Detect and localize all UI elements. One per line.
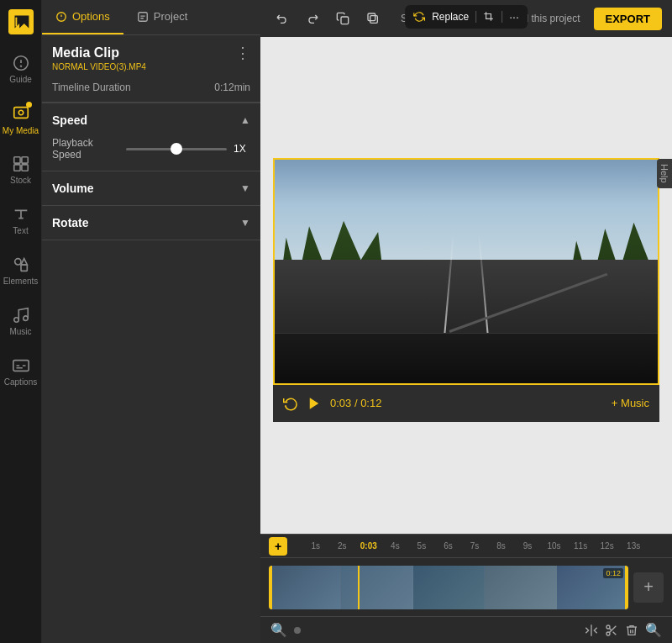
tab-project-label: Project [154, 10, 187, 23]
sidebar-label-my-media: My Media [3, 126, 39, 135]
tab-options[interactable]: Options [42, 0, 123, 34]
svg-rect-1 [15, 17, 17, 26]
replace-button[interactable]: Replace [413, 11, 469, 23]
track-border-right [625, 566, 628, 609]
timeline-duration-value: 0:12min [214, 82, 250, 93]
help-label: Help [659, 164, 669, 183]
icon-sidebar: Guide My Media Stock Text [0, 0, 42, 643]
timeline-track[interactable]: 0:12 [269, 566, 628, 609]
tick-13s: 13s [620, 541, 647, 551]
crop-button[interactable] [483, 11, 495, 23]
sidebar-item-music[interactable]: Music [0, 296, 42, 346]
volume-chevron-icon: ▼ [240, 182, 250, 194]
playback-speed-row: Playback Speed 1X [52, 137, 250, 161]
media-clip-header: Media Clip NORMAL VIDEO(3).MP4 ⋮ [42, 35, 260, 78]
redo-button[interactable] [301, 7, 324, 30]
playback-speed-label: Playback Speed [52, 137, 116, 161]
svg-point-11 [14, 259, 20, 265]
undo-button[interactable] [270, 7, 294, 30]
thumb-4 [485, 566, 557, 609]
sidebar-item-my-media[interactable]: My Media [0, 94, 42, 145]
sidebar-item-text[interactable]: Text [0, 195, 42, 245]
sidebar-label-music: Music [9, 327, 31, 336]
tick-4s: 4s [382, 541, 409, 551]
video-container: 0:03 / 0:12 + Music [273, 158, 659, 422]
svg-rect-5 [13, 108, 28, 119]
video-preview-area: 0:03 / 0:12 + Music Help [260, 37, 672, 534]
svg-line-27 [613, 631, 617, 635]
sidebar-label-guide: Guide [9, 75, 32, 84]
scissors-tool-button[interactable] [605, 624, 618, 637]
rotate-label: Rotate [52, 216, 89, 229]
track-thumbnail: 0:12 [269, 566, 628, 609]
sidebar-label-elements: Elements [3, 277, 39, 286]
more-options-button[interactable]: ··· [509, 10, 519, 24]
speed-label: Speed [52, 113, 87, 127]
export-button[interactable]: EXPORT [594, 8, 662, 30]
main-area: Replace ··· Signup or Login to download … [260, 0, 672, 643]
tick-6s: 6s [435, 541, 462, 551]
replay-button[interactable] [283, 396, 298, 411]
rotate-section-header[interactable]: Rotate ▼ [42, 206, 260, 240]
music-button[interactable]: + Music [612, 397, 649, 409]
video-frame [273, 158, 659, 385]
speed-section-header[interactable]: Speed ▲ [42, 103, 260, 137]
copy-button[interactable] [331, 7, 354, 30]
svg-rect-7 [13, 157, 19, 163]
timeline-duration-label: Timeline Duration [52, 82, 131, 93]
timeline-track-area: 0:12 + [260, 558, 672, 616]
sidebar-item-guide[interactable]: Guide [0, 44, 42, 94]
zoom-out-button[interactable]: 🔍 [270, 622, 287, 638]
help-tab[interactable]: Help [657, 159, 672, 188]
options-panel: Options Project Media Clip NORMAL VIDEO(… [42, 0, 260, 643]
zoom-slider[interactable] [294, 627, 301, 634]
svg-point-4 [20, 66, 21, 66]
sidebar-item-stock[interactable]: Stock [0, 145, 42, 195]
time-display: 0:03 / 0:12 [330, 397, 381, 409]
replace-toolbar-popup: Replace ··· [405, 5, 528, 29]
svg-point-14 [23, 316, 28, 321]
svg-point-25 [606, 632, 610, 635]
sidebar-item-elements[interactable]: Elements [0, 245, 42, 296]
zoom-in-button[interactable]: 🔍 [645, 622, 662, 638]
replace-label: Replace [432, 11, 469, 23]
svg-rect-22 [368, 13, 375, 21]
app-logo[interactable] [6, 7, 36, 37]
tick-1s: 1s [302, 541, 329, 551]
timeline-area: + 1s 2s 0:03 4s 5s 6s 7s 8s 9s 10s 11s 1… [260, 534, 672, 643]
toolbar: Replace ··· Signup or Login to download … [260, 0, 672, 37]
svg-rect-19 [139, 12, 148, 21]
timeline-duration-row: Timeline Duration 0:12min [42, 78, 260, 103]
sidebar-label-text: Text [13, 226, 28, 235]
speed-value: 1X [234, 143, 250, 155]
tab-project[interactable]: Project [123, 0, 201, 34]
tick-9s: 9s [514, 541, 541, 551]
timeline-controls: 🔍 🔍 [260, 616, 672, 643]
split-tool-button[interactable] [585, 624, 598, 637]
media-clip-subtitle: NORMAL VIDEO(3).MP4 [52, 62, 146, 71]
media-clip-title: Media Clip [52, 45, 146, 61]
tick-3s: 0:03 [355, 541, 382, 551]
delete-tool-button[interactable] [625, 624, 638, 637]
duplicate-button[interactable] [361, 7, 385, 30]
volume-section-header[interactable]: Volume ▼ [42, 171, 260, 205]
speed-chevron-icon: ▲ [240, 114, 250, 126]
add-track-button[interactable]: + [633, 572, 664, 603]
track-playhead [358, 566, 360, 609]
tick-2s: 2s [329, 541, 356, 551]
clip-options-button[interactable]: ⋮ [235, 45, 250, 61]
timeline-ruler: + 1s 2s 0:03 4s 5s 6s 7s 8s 9s 10s 11s 1… [260, 535, 672, 558]
svg-marker-23 [310, 398, 319, 409]
svg-point-24 [606, 625, 610, 629]
sidebar-item-captions[interactable]: Captions [0, 346, 42, 397]
svg-rect-15 [13, 361, 28, 372]
add-clip-button[interactable]: + [269, 537, 287, 556]
svg-point-6 [18, 110, 24, 115]
panel-tabs: Options Project [42, 0, 260, 35]
tick-5s: 5s [408, 541, 435, 551]
play-button[interactable] [307, 396, 322, 411]
speed-slider[interactable] [126, 148, 227, 150]
track-thumbnails [269, 566, 628, 609]
ruler-marks: 1s 2s 0:03 4s 5s 6s 7s 8s 9s 10s 11s 12s… [302, 541, 647, 551]
volume-label: Volume [52, 182, 94, 195]
